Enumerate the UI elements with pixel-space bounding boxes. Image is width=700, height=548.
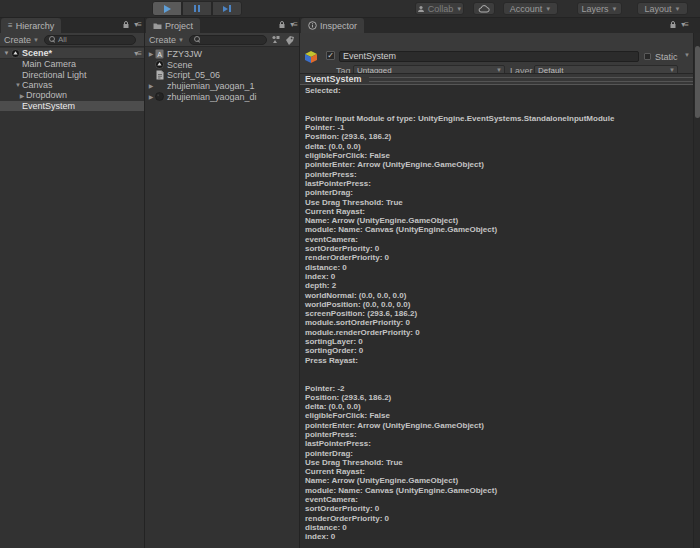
item-label: EventSystem <box>22 101 75 111</box>
chevron-down-icon: ▼ <box>178 37 184 43</box>
static-dropdown-icon[interactable]: ▼ <box>684 52 690 58</box>
lock-icon[interactable] <box>669 20 677 29</box>
account-dropdown[interactable]: Account ▼ <box>503 2 558 15</box>
layers-label: Layers <box>582 4 609 14</box>
debug-line: eventCamera: <box>305 235 700 244</box>
static-checkbox[interactable] <box>644 53 651 60</box>
expand-arrow-icon[interactable]: ▼ <box>14 82 22 88</box>
debug-line: Press Rayast: <box>305 356 700 365</box>
project-item-scene[interactable]: Scene <box>145 59 299 70</box>
eventsystem-section-header[interactable]: EventSystem <box>300 73 700 85</box>
play-button[interactable] <box>152 1 182 16</box>
project-item-zhujiemian-yaogan-di[interactable]: ▶zhujiemian_yaogan_di <box>145 91 299 102</box>
debug-line: pointerDrag: <box>305 449 700 458</box>
chevron-down-icon: ▼ <box>33 37 39 43</box>
debug-line: eligibleForClick: False <box>305 411 700 420</box>
hierarchy-tree: Main CameraDirectional Light▼Canvas▶Drop… <box>0 59 144 111</box>
unity-scene-icon <box>11 49 20 58</box>
expand-arrow-icon[interactable]: ▶ <box>18 92 26 99</box>
debug-line <box>305 374 700 383</box>
debug-line: pointerPress: <box>305 170 700 179</box>
debug-line: distance: 0 <box>305 523 700 532</box>
gameobject-cube-icon <box>304 50 318 64</box>
expand-arrow-icon[interactable]: ▶ <box>147 82 155 89</box>
debug-line: delta: (0.0, 0.0) <box>305 402 700 411</box>
expand-arrow-icon[interactable]: ▶ <box>147 93 155 100</box>
step-icon <box>223 5 231 12</box>
scene-header-row[interactable]: ▼ Scene* ▾≡ <box>0 48 144 59</box>
unity-scene-icon <box>155 60 164 70</box>
debug-line: Pointer: -1 <box>305 123 700 132</box>
scene-menu-icon[interactable]: ▾≡ <box>134 49 141 58</box>
debug-line: renderOrderPriority: 0 <box>305 253 700 262</box>
project-item-fzy3jw[interactable]: ▶AFZY3JW <box>145 49 299 60</box>
debug-line: pointerDrag: <box>305 188 700 197</box>
search-by-type-icon[interactable] <box>271 35 281 44</box>
project-tabbar: Project ▾≡ <box>145 18 299 33</box>
panel-menu-icon[interactable]: ▾≡ <box>681 20 688 29</box>
lock-icon[interactable] <box>278 20 286 29</box>
item-label: zhujiemian_yaogan_1 <box>167 81 255 91</box>
debug-line: Use Drag Threshold: True <box>305 458 700 467</box>
debug-line: Pointer: -2 <box>305 384 700 393</box>
search-input[interactable]: All <box>44 35 136 45</box>
item-label: Script_05_06 <box>167 70 220 80</box>
debug-output: Selected: Pointer Input Module of type: … <box>300 85 700 548</box>
chevron-down-icon: ▼ <box>456 6 462 12</box>
item-label: Scene <box>167 60 193 70</box>
expand-arrow-icon[interactable]: ▶ <box>147 50 155 57</box>
scrollbar-thumb[interactable] <box>695 46 700 118</box>
search-by-label-icon[interactable] <box>285 35 295 45</box>
collab-dropdown[interactable]: Collab ▼ <box>415 2 464 15</box>
panel-menu-icon[interactable]: ▾≡ <box>290 20 297 29</box>
none-icon <box>155 81 164 91</box>
tab-inspector[interactable]: Inspector <box>301 18 364 33</box>
search-icon <box>49 36 56 43</box>
scene-label: Scene* <box>22 48 52 58</box>
debug-line: eligibleForClick: False <box>305 151 700 160</box>
debug-line: delta: (0.0, 0.0) <box>305 142 700 151</box>
inspector-scrollbar[interactable] <box>693 33 700 548</box>
debug-line: sortOrderPriority: 0 <box>305 244 700 253</box>
debug-line: Current Rayast: <box>305 467 700 476</box>
hierarchy-item-main-camera[interactable]: Main Camera <box>0 59 144 69</box>
inspector-panel: Inspector ▾≡ ✓ EventSystem Static ▼ <box>300 18 700 548</box>
debug-line: Position: (293.6, 186.2) <box>305 132 700 141</box>
debug-line: module.renderOrderPriority: 0 <box>305 328 700 337</box>
active-checkbox[interactable]: ✓ <box>326 51 335 60</box>
hierarchy-tabbar: ≡ Hierarchy ▾≡ <box>0 18 144 33</box>
tab-label: Project <box>165 21 193 31</box>
project-item-script-05-06[interactable]: Script_05_06 <box>145 70 299 81</box>
hierarchy-item-dropdown[interactable]: ▶Dropdown <box>0 90 144 100</box>
item-label: Canvas <box>22 80 53 90</box>
pause-button[interactable] <box>182 1 212 16</box>
tab-hierarchy[interactable]: ≡ Hierarchy <box>1 18 61 33</box>
item-label: FZY3JW <box>167 49 202 59</box>
cloud-services-button[interactable] <box>473 2 495 15</box>
create-button[interactable]: Create ▼ <box>149 35 184 45</box>
gameobject-name-field[interactable]: EventSystem <box>339 51 639 62</box>
debug-line: pointerPress: <box>305 430 700 439</box>
tab-project[interactable]: Project <box>146 18 200 33</box>
lock-icon[interactable] <box>122 20 130 29</box>
debug-line: screenPosition: (293.6, 186.2) <box>305 309 700 318</box>
hierarchy-item-canvas[interactable]: ▼Canvas <box>0 80 144 90</box>
project-item-zhujiemian-yaogan-1[interactable]: ▶zhujiemian_yaogan_1 <box>145 81 299 92</box>
hierarchy-item-eventsystem[interactable]: EventSystem <box>0 101 144 111</box>
static-label: Static <box>655 52 678 62</box>
expand-arrow-icon[interactable]: ▼ <box>2 50 11 56</box>
debug-line: Position: (293.6, 186.2) <box>305 393 700 402</box>
layout-label: Layout <box>645 4 672 14</box>
debug-line: index: 0 <box>305 532 700 541</box>
collab-icon <box>417 5 425 13</box>
hierarchy-item-directional-light[interactable]: Directional Light <box>0 69 144 79</box>
layout-dropdown[interactable]: Layout ▼ <box>637 2 688 15</box>
step-button[interactable] <box>212 1 242 16</box>
search-filter-label: All <box>58 35 67 44</box>
hierarchy-toolbar: Create ▼ All <box>0 33 144 47</box>
layers-dropdown[interactable]: Layers ▼ <box>577 2 622 15</box>
search-input[interactable] <box>189 35 267 45</box>
panel-menu-icon[interactable]: ▾≡ <box>134 20 141 29</box>
create-button[interactable]: Create ▼ <box>4 35 39 45</box>
create-label: Create <box>4 35 31 45</box>
